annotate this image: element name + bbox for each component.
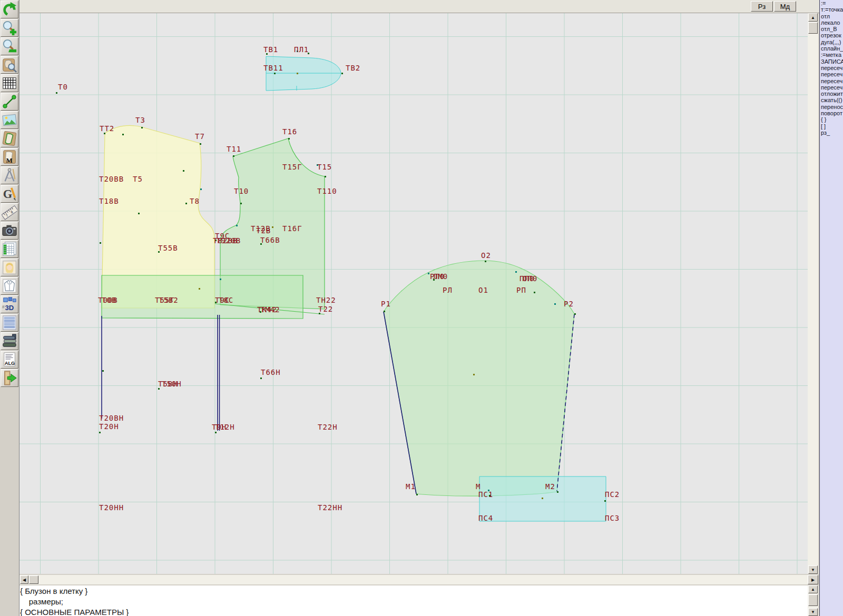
point-label: Т920В — [216, 237, 241, 244]
command-item[interactable]: рз_ — [820, 130, 843, 136]
point-label: Т7 — [195, 133, 205, 140]
rz-button[interactable]: Рз — [751, 1, 773, 12]
command-item[interactable]: отл_В — [820, 26, 843, 32]
alg-icon: ALG — [2, 352, 17, 367]
md-button[interactable]: Мд — [774, 1, 796, 12]
command-item[interactable]: лекало — [820, 19, 843, 26]
segment-button[interactable] — [1, 93, 18, 111]
compass-button[interactable] — [1, 166, 18, 184]
command-item[interactable]: [ ] — [820, 123, 843, 130]
point-label: Т16 — [282, 128, 297, 135]
ruler-button[interactable]: 78 — [1, 203, 18, 221]
scroll-up-icon[interactable]: ▲ — [808, 585, 818, 593]
left-toolbar: MG78#3DALG — [0, 0, 19, 616]
spreadsheet-button[interactable] — [1, 240, 18, 258]
point-label: Т20Н — [99, 423, 119, 430]
pattern-point — [341, 73, 343, 74]
command-item[interactable]: т:=точка — [820, 6, 843, 13]
command-item[interactable]: := — [820, 0, 843, 6]
pattern-point — [122, 134, 124, 135]
portrait-button[interactable] — [1, 259, 18, 276]
command-item[interactable]: отрезок — [820, 32, 843, 38]
pattern-point — [233, 155, 234, 157]
text-list-button[interactable] — [1, 314, 18, 332]
pattern-point — [56, 92, 57, 94]
canvas-hscrollbar[interactable]: ◀ — [19, 575, 808, 584]
pattern-point — [574, 313, 576, 315]
books-button[interactable] — [1, 332, 18, 350]
command-item[interactable]: отложит — [820, 91, 843, 97]
ruler-icon: 78 — [2, 204, 17, 220]
camera-button[interactable] — [1, 222, 18, 240]
point-label: Т18В — [99, 197, 119, 205]
point-label: ПС2 — [605, 491, 620, 498]
status-scroll-thumb[interactable] — [808, 594, 818, 606]
books-icon — [2, 333, 17, 349]
camera-icon — [2, 223, 17, 239]
command-item[interactable]: ЗАПИСА — [820, 58, 843, 65]
scroll-left-icon[interactable]: ◀ — [20, 575, 28, 584]
point-label: ТВ2 — [346, 64, 360, 72]
garment-button[interactable] — [1, 277, 18, 295]
scroll-right-icon[interactable]: ▶ — [808, 575, 818, 584]
alg-button[interactable]: ALG — [1, 351, 18, 369]
garment-icon — [2, 278, 17, 294]
command-list-panel[interactable]: :=т:=точкаотллекалоотл_Вотрезокдуга(,,,)… — [819, 0, 843, 616]
status-vscrollbar[interactable]: ▲ ▼ — [808, 585, 818, 616]
zoom-in-button[interactable] — [1, 19, 18, 37]
point-label: Р2 — [564, 300, 574, 307]
point-label: Т8 — [190, 197, 200, 205]
command-item[interactable]: дуга(,,,) — [820, 39, 843, 45]
pattern-point — [272, 226, 273, 228]
point-label: О1 — [478, 286, 488, 294]
svg-text:#: # — [2, 304, 5, 310]
canvas-vscrollbar[interactable]: ▲ ▼ — [808, 13, 818, 574]
zoom-out-icon — [2, 38, 17, 54]
program-text-area[interactable]: { Блузон в клетку } размеры; { ОСНОВНЫЕ … — [19, 585, 808, 616]
point-label: М1 — [406, 483, 416, 490]
point-label: ТВ11 — [263, 64, 283, 72]
svg-text:ALG: ALG — [5, 361, 15, 366]
undo-button[interactable] — [1, 1, 18, 18]
piece-preview-button[interactable] — [1, 56, 18, 74]
command-item[interactable]: пересеч — [820, 84, 843, 91]
command-item[interactable]: сплайн_ — [820, 45, 843, 52]
image-button[interactable] — [1, 111, 18, 129]
command-item[interactable]: пересеч — [820, 71, 843, 77]
scroll-up-icon[interactable]: ▲ — [808, 13, 818, 22]
exit-button[interactable] — [1, 369, 18, 387]
point-label: Т55В — [158, 244, 178, 252]
command-item[interactable]: пересеч — [820, 65, 843, 71]
grid-button[interactable] — [1, 74, 18, 92]
hscroll-thumb[interactable] — [29, 575, 38, 584]
pattern-point — [485, 261, 486, 262]
scroll-down-icon[interactable]: ▼ — [808, 565, 818, 574]
point-label: Т20ВН — [99, 414, 124, 422]
zoom-out-button[interactable] — [1, 37, 18, 55]
grid-icon — [2, 75, 17, 91]
command-item[interactable]: пересеч — [820, 78, 843, 84]
scroll-down-icon[interactable]: ▼ — [808, 608, 818, 616]
pattern-piece-button[interactable] — [1, 130, 18, 147]
point-label: Т0В — [102, 296, 116, 304]
point-label: ПС1 — [478, 491, 493, 498]
zoom-in-icon — [2, 20, 17, 36]
command-item[interactable]: сжать(() — [820, 97, 843, 103]
command-item[interactable]: поворот — [820, 110, 843, 116]
g-edit-button[interactable]: G — [1, 185, 18, 203]
drawing-canvas[interactable]: Т0ТВ1ПЛ1ТВ11ТВ2Т3ТТ2Т7Т16Т11Т15ГТ15Т20ВВ… — [19, 13, 808, 574]
point-label: Т22Н — [318, 423, 338, 431]
point-label: ТВ1 — [263, 46, 278, 53]
pattern-m-button[interactable]: M — [1, 148, 18, 166]
command-item[interactable]: :=метка — [820, 52, 843, 58]
command-item[interactable]: { } — [820, 116, 843, 123]
pattern-point — [297, 73, 298, 74]
command-item[interactable]: перенос — [820, 104, 843, 110]
app-window: MG78#3DALG Рз Мд — [0, 0, 843, 616]
command-item[interactable]: отл — [820, 13, 843, 19]
point-label: Т20ВВ — [99, 175, 124, 183]
vscroll-thumb[interactable] — [808, 22, 818, 34]
threed-button[interactable]: #3D — [1, 295, 18, 313]
pattern-point — [428, 273, 429, 274]
pattern-point — [473, 374, 475, 375]
